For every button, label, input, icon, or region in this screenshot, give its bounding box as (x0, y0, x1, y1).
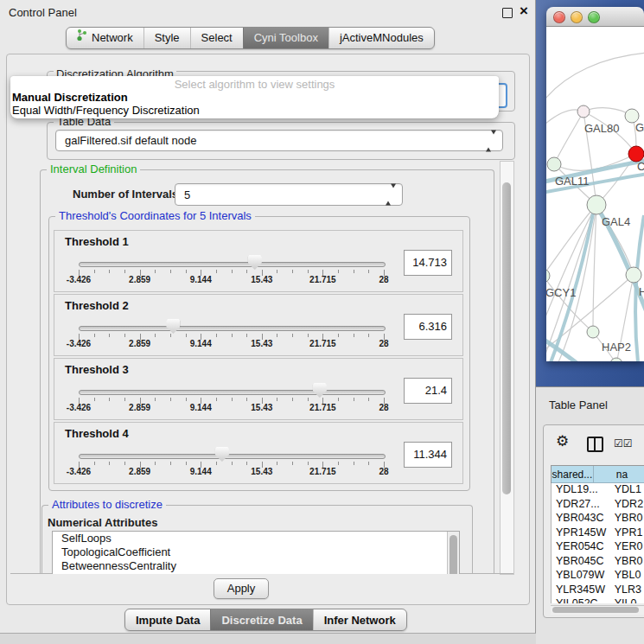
table-panel: Table Panel ⚙ ☑☑ shared... na YDL19...YD… (536, 386, 644, 644)
slider-track[interactable] (79, 454, 386, 459)
tick-mark (338, 462, 339, 465)
tick-mark (124, 334, 125, 337)
slider-thumb[interactable] (166, 319, 180, 334)
close-icon[interactable]: × (520, 3, 528, 20)
settings-vertical-scrollbar[interactable] (500, 161, 514, 575)
tick-mark (216, 462, 217, 465)
network-node[interactable] (577, 105, 590, 118)
cell-name: YLR3 (615, 583, 644, 598)
network-canvas[interactable]: GAL80GAGAL11CGAL4GCY1HHAP2 (546, 27, 644, 361)
tick-mark (170, 398, 171, 401)
gear-icon[interactable]: ⚙ (556, 432, 569, 450)
slider-track[interactable] (79, 390, 386, 395)
slider-track[interactable] (79, 326, 386, 331)
split-columns-icon[interactable] (587, 437, 603, 452)
attribute-item-topologicalcoefficient[interactable]: TopologicalCoefficient (53, 545, 459, 559)
tab-network[interactable]: Network (67, 28, 143, 48)
algorithm-dropdown-popup: Select algorithm to view settings Manual… (10, 76, 499, 118)
column-header-shared-name[interactable]: shared... (552, 466, 594, 483)
attribute-item-betweennesscentrality[interactable]: BetweennessCentrality (53, 559, 459, 573)
tick-label: 28 (363, 403, 405, 412)
scrollbar-thumb[interactable] (450, 535, 457, 574)
tick-mark (246, 334, 247, 337)
number-of-intervals-combobox[interactable]: 5 (175, 183, 403, 206)
network-node[interactable] (626, 267, 641, 283)
network-node[interactable] (587, 195, 606, 214)
tick-mark (277, 462, 277, 465)
threshold-value-field[interactable]: 11.344 (404, 442, 452, 468)
attribute-item-selfloops[interactable]: SelfLoops (53, 532, 459, 545)
table-row[interactable]: YIL052CYIL0 (552, 597, 644, 603)
top-tab-bar: NetworkStyleSelectCyni ToolboxjActiveMNo… (66, 27, 435, 49)
tick-label: 15.43 (241, 403, 283, 412)
tick-mark (308, 462, 309, 465)
table-row[interactable]: YDR27...YDR2 (552, 498, 644, 513)
algorithm-option-manual-discretization[interactable]: Manual Discretization (12, 91, 497, 104)
slider-track[interactable] (79, 262, 386, 267)
network-window-titlebar[interactable] (546, 7, 644, 27)
threshold-value-field[interactable]: 21.4 (404, 378, 452, 404)
table-data-combobox[interactable]: galFiltered.sif default node (55, 130, 503, 151)
tick-label: 2.859 (119, 339, 161, 348)
scrollbar-thumb[interactable] (552, 607, 639, 613)
cell-shared-name: YDR27... (552, 498, 615, 513)
node-label: C (637, 160, 644, 173)
network-edge[interactable] (554, 154, 636, 170)
slider-thumb[interactable] (215, 447, 229, 462)
tick-mark (354, 270, 354, 273)
threshold-panel: Threshold 3-3.4262.8599.14415.4321.71528… (54, 358, 463, 420)
network-node[interactable] (547, 157, 561, 171)
tick-mark (292, 270, 293, 273)
network-node[interactable] (587, 326, 599, 338)
float-window-icon[interactable] (502, 8, 513, 18)
algorithm-option-equal-width-frequency-discretization[interactable]: Equal Width/Frequency Discretization (12, 104, 497, 117)
threshold-value-field[interactable]: 6.316 (404, 314, 452, 340)
numerical-attributes-list[interactable]: SelfLoopsTopologicalCoefficientBetweenne… (52, 531, 460, 574)
table-horizontal-scrollbar[interactable] (551, 605, 644, 615)
network-edge-thick[interactable] (546, 335, 609, 361)
apply-button[interactable]: Apply (214, 578, 269, 599)
network-node[interactable] (546, 269, 550, 283)
threshold-value-field[interactable]: 14.713 (404, 250, 452, 276)
attributes-list-scrollbar[interactable] (447, 532, 459, 574)
select-columns-checkboxes-icon[interactable]: ☑☑ (614, 437, 633, 450)
tick-mark (232, 334, 233, 337)
network-graph[interactable]: GAL80GAGAL11CGAL4GCY1HHAP2 (546, 27, 644, 361)
tab-infer-network[interactable]: Infer Network (313, 609, 406, 630)
cell-shared-name: YIL052C (552, 597, 615, 603)
network-edge[interactable] (546, 53, 644, 106)
tick-mark (277, 270, 277, 273)
table-row[interactable]: YBR045CYBR0 (552, 555, 644, 570)
tab-impute-data[interactable]: Impute Data (125, 609, 210, 630)
scrollbar-thumb[interactable] (502, 182, 511, 494)
table-row[interactable]: YDL19...YDL1 (552, 483, 644, 498)
slider-thumb[interactable] (248, 255, 262, 270)
network-edge[interactable] (583, 108, 632, 116)
network-edge[interactable] (554, 112, 583, 164)
cell-name: YDR2 (615, 498, 644, 513)
cell-shared-name: YBL079W (552, 569, 615, 583)
tick-mark (308, 334, 309, 337)
tab-select[interactable]: Select (190, 28, 243, 48)
tab-cyni-toolbox[interactable]: Cyni Toolbox (243, 28, 328, 48)
close-traffic-light[interactable] (553, 11, 565, 23)
tab-style[interactable]: Style (143, 28, 190, 48)
table-row[interactable]: YBR043CYBR0 (552, 512, 644, 526)
cell-shared-name: YPR145W (552, 526, 615, 541)
slider-thumb[interactable] (313, 383, 327, 398)
table-data-value: galFiltered.sif default node (65, 131, 196, 150)
zoom-traffic-light[interactable] (588, 11, 600, 23)
tab-jactivemnodules[interactable]: jActiveMNodules (328, 28, 434, 48)
table-row[interactable]: YPR145WYPR1 (552, 526, 644, 541)
tick-label: 2.859 (119, 403, 161, 412)
network-edge[interactable] (546, 205, 596, 336)
tick-mark (232, 270, 233, 273)
tick-mark (246, 462, 247, 465)
minimize-traffic-light[interactable] (571, 11, 583, 23)
tick-mark (246, 270, 247, 273)
table-row[interactable]: YBL079WYBL0 (552, 569, 644, 583)
tab-discretize-data[interactable]: Discretize Data (210, 609, 312, 630)
table-row[interactable]: YER054CYER0 (552, 540, 644, 555)
table-row[interactable]: YLR345WYLR3 (552, 583, 644, 598)
column-header-name[interactable]: na (594, 466, 644, 483)
